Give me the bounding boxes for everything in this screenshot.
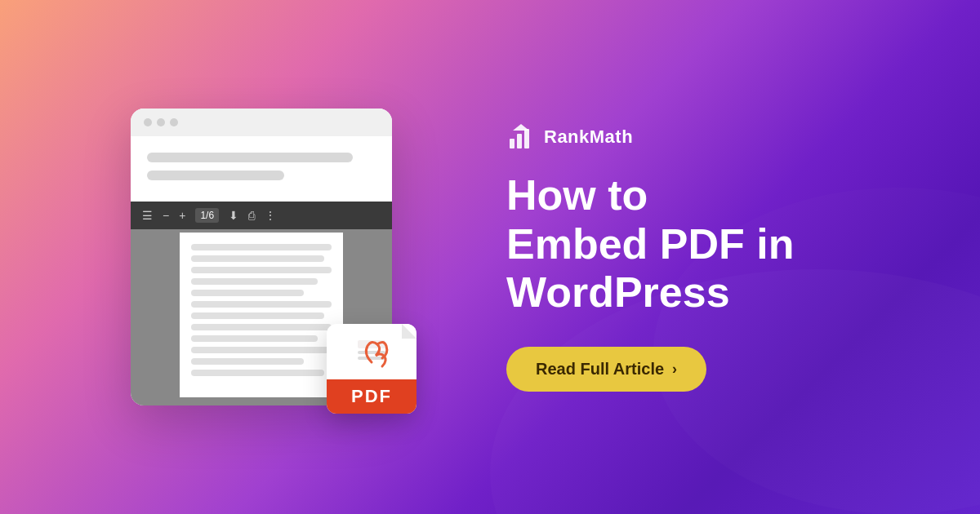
- mock-title-bar: [147, 153, 353, 162]
- pdf-text-line: [191, 347, 332, 353]
- pdf-float-card: PDF: [327, 324, 416, 414]
- page-background: ☰ − + 1/6 ⬇ ⎙ ⋮: [0, 0, 980, 514]
- title-line3: WordPress: [506, 268, 730, 316]
- acrobat-icon: [351, 334, 392, 374]
- menu-icon: ☰: [142, 210, 153, 221]
- pdf-text-line: [191, 324, 332, 330]
- pdf-text-line: [191, 335, 318, 342]
- brand-name-text: RankMath: [544, 126, 633, 148]
- mock-subtitle-bar: [147, 171, 284, 180]
- pdf-text-line: [191, 267, 332, 273]
- pdf-text-line: [191, 312, 324, 319]
- svg-rect-7: [524, 129, 529, 148]
- cta-chevron-icon: ›: [672, 361, 677, 378]
- pdf-text-line: [191, 370, 324, 376]
- browser-content: [131, 136, 392, 202]
- browser-titlebar: [131, 109, 392, 136]
- pdf-label-bar: PDF: [327, 379, 416, 414]
- window-dot-2: [157, 118, 165, 126]
- pdf-text-line: [191, 278, 318, 285]
- pdf-corner-fold: [402, 324, 416, 339]
- pdf-text-line: [191, 255, 324, 262]
- minus-icon: −: [163, 210, 169, 221]
- pdf-text-line: [191, 290, 304, 296]
- svg-marker-8: [513, 124, 529, 131]
- rankmath-logo-icon: [506, 122, 536, 152]
- page-indicator: 1/6: [195, 208, 219, 223]
- pdf-label-text: PDF: [351, 386, 392, 406]
- title-line2: Embed PDF in: [506, 220, 794, 268]
- svg-rect-5: [510, 139, 514, 148]
- more-icon: ⋮: [265, 210, 276, 221]
- brand-row: RankMath: [506, 122, 931, 152]
- pdf-toolbar: ☰ − + 1/6 ⬇ ⎙ ⋮: [131, 202, 392, 229]
- pdf-text-line: [191, 244, 332, 250]
- plus-icon: +: [179, 210, 185, 221]
- pdf-page: [180, 233, 343, 397]
- svg-rect-6: [517, 134, 522, 148]
- pdf-text-line: [191, 358, 304, 365]
- illustration-panel: ☰ − + 1/6 ⬇ ⎙ ⋮: [0, 76, 474, 438]
- window-dot-1: [144, 118, 152, 126]
- main-title: How to Embed PDF in WordPress: [506, 171, 931, 317]
- title-line1: How to: [506, 171, 648, 219]
- download-icon: ⬇: [229, 210, 238, 221]
- window-dot-3: [170, 118, 178, 126]
- print-icon: ⎙: [248, 210, 255, 221]
- text-panel: RankMath How to Embed PDF in WordPress R…: [474, 90, 980, 424]
- pdf-text-line: [191, 301, 332, 308]
- read-full-article-button[interactable]: Read Full Article ›: [506, 347, 706, 392]
- cta-label: Read Full Article: [536, 360, 664, 379]
